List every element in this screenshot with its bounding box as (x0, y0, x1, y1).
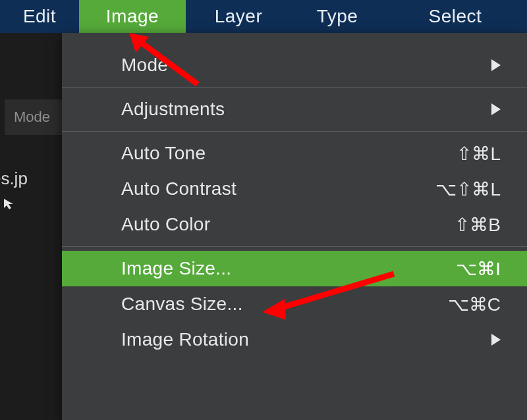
tools-panel (0, 33, 62, 420)
menuitem-label: Image Size... (121, 258, 456, 279)
svg-marker-0 (4, 199, 13, 209)
menubar: Edit Image Layer Type Select (0, 0, 527, 33)
menuitem-canvas-size[interactable]: Canvas Size... ⌥⌘C (62, 286, 527, 322)
menu-type[interactable]: Type (291, 0, 383, 33)
menu-separator (62, 131, 527, 132)
menuitem-image-rotation[interactable]: Image Rotation (62, 322, 527, 357)
menuitem-adjustments[interactable]: Adjustments (62, 92, 527, 127)
menuitem-shortcut: ⇧⌘L (457, 143, 501, 165)
menuitem-shortcut: ⌥⌘I (456, 258, 501, 280)
menuitem-label: Adjustments (121, 99, 491, 120)
submenu-arrow-icon (491, 103, 501, 115)
menuitem-shortcut: ⌥⇧⌘L (435, 178, 501, 200)
menuitem-shortcut: ⇧⌘B (455, 214, 501, 236)
menu-separator (62, 87, 527, 88)
menuitem-label: Auto Tone (121, 143, 457, 164)
menuitem-auto-color[interactable]: Auto Color ⇧⌘B (62, 207, 527, 242)
menuitem-shortcut: ⌥⌘C (448, 294, 501, 315)
menu-image-dropdown: Mode Adjustments Auto Tone ⇧⌘L Auto Cont… (62, 33, 527, 420)
menuitem-image-size[interactable]: Image Size... ⌥⌘I (62, 251, 527, 286)
options-panel-mode[interactable]: Mode (4, 99, 62, 136)
menuitem-mode[interactable]: Mode (62, 47, 527, 83)
menuitem-auto-tone[interactable]: Auto Tone ⇧⌘L (62, 136, 527, 171)
menu-separator (62, 246, 527, 247)
menuitem-auto-contrast[interactable]: Auto Contrast ⌥⇧⌘L (62, 171, 527, 207)
tool-icon (3, 197, 16, 211)
menu-edit[interactable]: Edit (0, 0, 79, 33)
menuitem-label: Image Rotation (121, 329, 491, 350)
menu-select[interactable]: Select (383, 0, 527, 33)
menuitem-label: Mode (121, 55, 491, 76)
menu-layer[interactable]: Layer (186, 0, 291, 33)
menu-image[interactable]: Image (79, 0, 186, 33)
menuitem-label: Auto Contrast (121, 178, 435, 199)
app-window: Edit Image Layer Type Select Mode unes.j… (0, 0, 527, 420)
submenu-arrow-icon (491, 59, 501, 71)
submenu-arrow-icon (491, 334, 501, 346)
document-tab[interactable]: unes.jp (0, 163, 62, 194)
menuitem-label: Canvas Size... (121, 294, 448, 315)
menuitem-label: Auto Color (121, 214, 455, 235)
